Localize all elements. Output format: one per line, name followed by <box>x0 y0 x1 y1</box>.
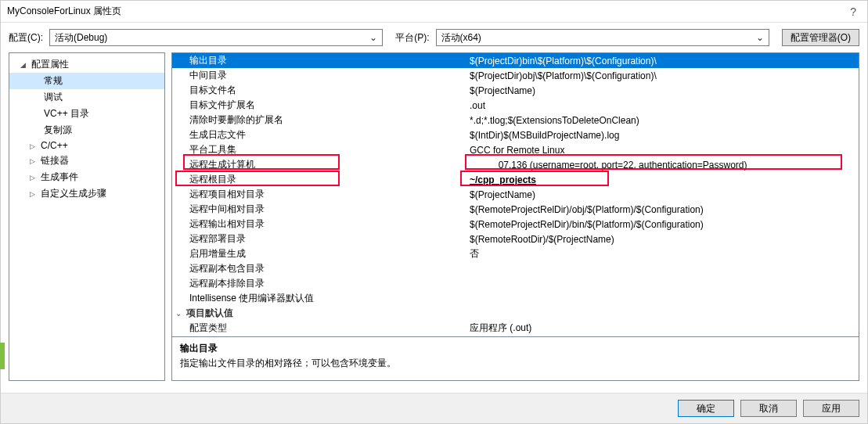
tree-panel[interactable]: 配置属性 常规 调试 VC++ 目录 复制源 C/C++ 链接器 生成事件 自定… <box>9 52 165 381</box>
tree-item-vcdirs[interactable]: VC++ 目录 <box>9 106 164 122</box>
platform-combo-value: 活动(x64) <box>441 31 755 45</box>
help-icon[interactable]: ? <box>845 5 861 18</box>
tree-item-debug[interactable]: 调试 <box>9 89 164 106</box>
config-manager-label: 配置管理器(O) <box>791 31 851 45</box>
prop-value: 07.136 (username=root, port=22, authenti… <box>470 160 859 171</box>
titlebar: MyConsoleForLinux 属性页 ? <box>1 1 867 23</box>
tree-item-linker[interactable]: 链接器 <box>9 153 164 169</box>
chevron-down-icon: ⌄ <box>755 32 765 43</box>
prop-value: $(ProjectDir)obj\$(Platform)\$(Configura… <box>470 70 859 81</box>
config-combo-value: 活动(Debug) <box>55 31 368 45</box>
prop-row-remote-int-dir[interactable]: 远程中间相对目录 $(RemoteProjectRelDir)/obj/$(Pl… <box>172 202 859 217</box>
prop-name: 远程副本排除目录 <box>189 277 470 290</box>
prop-name: 远程项目相对目录 <box>189 188 470 201</box>
prop-value: $(RemoteProjectRelDir)/obj/$(Platform)/$… <box>470 204 859 215</box>
tree-item-copysource[interactable]: 复制源 <box>9 122 164 138</box>
prop-row-target-name[interactable]: 目标文件名 $(ProjectName) <box>172 83 859 98</box>
prop-row-config-type[interactable]: 配置类型 应用程序 (.out) <box>172 321 859 336</box>
prop-name: 输出目录 <box>189 54 470 67</box>
chevron-down-icon: ⌄ <box>368 32 379 43</box>
prop-name: 远程部署目录 <box>189 232 470 246</box>
prop-value: $(RemoteProjectRelDir)/bin/$(Platform)/$… <box>470 219 859 230</box>
property-grid[interactable]: 输出目录 $(ProjectDir)bin\$(Platform)\$(Conf… <box>172 53 859 336</box>
tree-item-buildevents[interactable]: 生成事件 <box>9 169 164 185</box>
prop-name: 远程中间相对目录 <box>189 203 470 216</box>
prop-name: Intellisense 使用编译器默认值 <box>189 292 470 305</box>
prop-value: $(ProjectName) <box>470 189 859 200</box>
config-label: 配置(C): <box>9 31 43 45</box>
config-manager-button[interactable]: 配置管理器(O) <box>782 29 859 46</box>
description-title: 输出目录 <box>180 342 851 355</box>
prop-row-ext-delete[interactable]: 清除时要删除的扩展名 *.d;*.tlog;$(ExtensionsToDele… <box>172 113 859 128</box>
dialog-footer: 确定 取消 应用 <box>1 393 867 423</box>
prop-row-remote-project-dir[interactable]: 远程项目相对目录 $(ProjectName) <box>172 187 859 202</box>
prop-name: 远程根目录 <box>189 173 470 186</box>
main-area: 配置属性 常规 调试 VC++ 目录 复制源 C/C++ 链接器 生成事件 自定… <box>1 52 867 393</box>
prop-row-target-ext[interactable]: 目标文件扩展名 .out <box>172 98 859 113</box>
config-toolbar: 配置(C): 活动(Debug) ⌄ 平台(P): 活动(x64) ⌄ 配置管理… <box>1 23 867 52</box>
prop-name: 远程副本包含目录 <box>189 262 470 275</box>
property-grid-inner: 输出目录 $(ProjectDir)bin\$(Platform)\$(Conf… <box>172 53 859 336</box>
prop-name: 远程生成计算机 <box>189 158 470 171</box>
prop-name: 目标文件扩展名 <box>189 99 470 112</box>
description-box: 输出目录 指定输出文件目录的相对路径；可以包含环境变量。 <box>172 336 859 380</box>
chevron-down-icon: ⌄ <box>175 309 186 318</box>
platform-combo[interactable]: 活动(x64) ⌄ <box>436 29 769 46</box>
tree-root[interactable]: 配置属性 <box>9 56 164 73</box>
prop-row-remote-include[interactable]: 远程副本包含目录 <box>172 261 859 276</box>
window-title: MyConsoleForLinux 属性页 <box>7 5 845 18</box>
prop-value: $(ProjectDir)bin\$(Platform)\$(Configura… <box>470 56 859 66</box>
prop-row-platform-toolset[interactable]: 平台工具集 GCC for Remote Linux <box>172 142 859 157</box>
apply-button[interactable]: 应用 <box>803 400 859 417</box>
prop-name: 平台工具集 <box>189 143 470 156</box>
group-project-defaults[interactable]: ⌄ 项目默认值 <box>172 306 859 321</box>
tree-item-custombuild[interactable]: 自定义生成步骤 <box>9 185 164 202</box>
prop-name: 生成日志文件 <box>189 128 470 142</box>
decoration-bar <box>0 343 5 369</box>
platform-label: 平台(P): <box>395 31 429 45</box>
prop-row-remote-deploy-dir[interactable]: 远程部署目录 $(RemoteRootDir)/$(ProjectName) <box>172 232 859 246</box>
prop-value: 否 <box>470 247 859 261</box>
prop-row-build-log[interactable]: 生成日志文件 $(IntDir)$(MSBuildProjectName).lo… <box>172 128 859 142</box>
prop-value: *.d;*.tlog;$(ExtensionsToDeleteOnClean) <box>470 115 859 126</box>
prop-row-remote-out-dir[interactable]: 远程输出相对目录 $(RemoteProjectRelDir)/bin/$(Pl… <box>172 217 859 232</box>
prop-name: 启用增量生成 <box>189 247 470 261</box>
config-combo[interactable]: 活动(Debug) ⌄ <box>49 29 383 46</box>
prop-name: 目标文件名 <box>189 84 470 97</box>
property-page-window: MyConsoleForLinux 属性页 ? 配置(C): 活动(Debug)… <box>0 0 868 424</box>
tree-item-general[interactable]: 常规 <box>9 73 164 89</box>
tree-item-cpp[interactable]: C/C++ <box>9 138 164 153</box>
description-text: 指定输出文件目录的相对路径；可以包含环境变量。 <box>180 357 851 370</box>
prop-value: 应用程序 (.out) <box>470 322 859 335</box>
group-label: 项目默认值 <box>186 307 233 320</box>
prop-name: 清除时要删除的扩展名 <box>189 113 470 127</box>
prop-row-remote-machine[interactable]: 远程生成计算机 07.136 (username=root, port=22, … <box>172 157 859 172</box>
prop-row-intermediate-dir[interactable]: 中间目录 $(ProjectDir)obj\$(Platform)\$(Conf… <box>172 68 859 83</box>
prop-row-remote-root[interactable]: 远程根目录 ~/cpp_projects <box>172 172 859 187</box>
prop-value: GCC for Remote Linux <box>470 145 859 156</box>
prop-name: 远程输出相对目录 <box>189 217 470 231</box>
prop-row-incremental[interactable]: 启用增量生成 否 <box>172 246 859 261</box>
property-grid-panel: 输出目录 $(ProjectDir)bin\$(Platform)\$(Conf… <box>171 52 859 381</box>
prop-row-intellisense[interactable]: Intellisense 使用编译器默认值 <box>172 291 859 306</box>
prop-name: 配置类型 <box>189 322 470 335</box>
prop-row-remote-exclude[interactable]: 远程副本排除目录 <box>172 276 859 291</box>
prop-value: $(RemoteRootDir)/$(ProjectName) <box>470 234 859 245</box>
cancel-button[interactable]: 取消 <box>740 400 797 417</box>
prop-value: $(ProjectName) <box>470 85 859 96</box>
ok-button[interactable]: 确定 <box>678 400 734 417</box>
prop-name: 中间目录 <box>189 69 470 82</box>
prop-row-output-dir[interactable]: 输出目录 $(ProjectDir)bin\$(Platform)\$(Conf… <box>172 53 859 68</box>
prop-value: $(IntDir)$(MSBuildProjectName).log <box>470 130 859 141</box>
prop-value: ~/cpp_projects <box>470 174 859 185</box>
prop-value: .out <box>470 100 859 111</box>
